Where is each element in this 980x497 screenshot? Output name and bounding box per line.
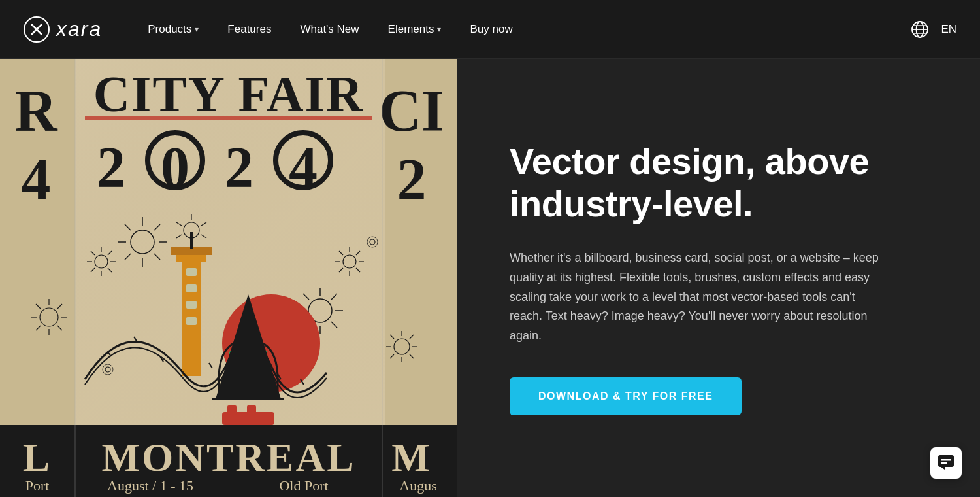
svg-rect-131	[941, 462, 947, 464]
language-selector[interactable]: EN	[941, 23, 956, 36]
hero-headline: Vector design, above industry-level.	[510, 141, 928, 225]
svg-rect-89	[190, 232, 193, 249]
svg-rect-128	[938, 455, 954, 467]
svg-text:CI: CI	[379, 78, 444, 143]
svg-text:Port: Port	[25, 477, 50, 494]
svg-rect-86	[186, 284, 197, 292]
svg-text:4: 4	[22, 147, 51, 212]
chat-icon	[937, 454, 955, 472]
svg-text:R: R	[15, 78, 58, 143]
logo[interactable]: xara	[24, 16, 102, 43]
logo-text: xara	[56, 17, 102, 41]
svg-text:2: 2	[97, 135, 125, 199]
nav-buy-now-label: Buy now	[470, 23, 512, 36]
nav-item-products[interactable]: Products ▾	[133, 0, 213, 59]
hero-image-panel: R 4 CITY FAIR 2 0 2 4 CI 2	[0, 59, 457, 497]
chevron-down-icon: ▾	[195, 25, 199, 34]
svg-text:L: L	[23, 435, 52, 479]
svg-rect-85	[186, 268, 197, 276]
download-cta-button[interactable]: DOWNLOAD & TRY FOR FREE	[510, 377, 742, 415]
nav-item-buy-now[interactable]: Buy now	[455, 0, 527, 59]
svg-text:0: 0	[161, 135, 189, 199]
nav-right: EN	[911, 20, 956, 39]
svg-rect-115	[247, 405, 256, 415]
svg-rect-130	[941, 459, 951, 461]
globe-icon[interactable]	[911, 20, 929, 39]
navigation: xara Products ▾ Features What's New Elem…	[0, 0, 980, 59]
svg-rect-88	[186, 317, 197, 325]
nav-item-elements[interactable]: Elements ▾	[374, 0, 456, 59]
hero-content-panel: Vector design, above industry-level. Whe…	[457, 59, 980, 497]
svg-text:Augus: Augus	[399, 477, 436, 494]
svg-text:CITY FAIR: CITY FAIR	[93, 65, 365, 122]
svg-text:4: 4	[289, 135, 318, 199]
nav-elements-label: Elements	[388, 23, 434, 36]
nav-item-features[interactable]: Features	[213, 0, 286, 59]
xara-logo-icon	[24, 16, 50, 43]
nav-items: Products ▾ Features What's New Elements …	[133, 0, 911, 59]
chat-widget[interactable]	[930, 447, 962, 479]
main-content: R 4 CITY FAIR 2 0 2 4 CI 2	[0, 59, 980, 497]
nav-whats-new-label: What's New	[300, 23, 359, 36]
svg-rect-87	[186, 301, 197, 309]
nav-products-label: Products	[148, 23, 191, 36]
svg-text:2: 2	[397, 147, 427, 212]
svg-text:August / 1 - 15: August / 1 - 15	[107, 477, 193, 494]
hero-poster-svg: R 4 CITY FAIR 2 0 2 4 CI 2	[0, 59, 457, 497]
chevron-down-icon-2: ▾	[437, 25, 441, 34]
svg-text:M: M	[391, 435, 432, 479]
nav-features-label: Features	[227, 23, 271, 36]
svg-text:MONTREAL: MONTREAL	[101, 435, 355, 479]
svg-text:Old Port: Old Port	[279, 477, 328, 494]
nav-item-whats-new[interactable]: What's New	[286, 0, 373, 59]
svg-rect-15	[85, 116, 372, 120]
svg-marker-129	[941, 467, 945, 470]
svg-rect-114	[227, 405, 237, 415]
svg-text:2: 2	[225, 135, 253, 199]
hero-body-text: Whether it's a billboard, business card,…	[510, 248, 889, 345]
